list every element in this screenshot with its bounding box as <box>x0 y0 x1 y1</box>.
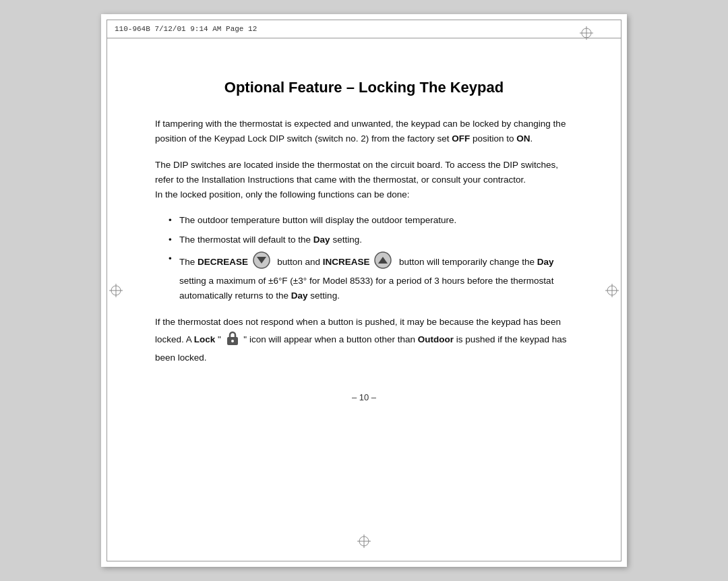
list-item: The thermostat will default to the Day s… <box>169 233 573 247</box>
crosshair-bottom-icon <box>357 534 371 548</box>
bullet-text-2: The thermostat will default to the Day s… <box>179 235 362 245</box>
decrease-button-icon <box>253 251 270 274</box>
lock-icon <box>225 330 240 350</box>
list-item: The DECREASE button and INCREASE <box>169 251 573 304</box>
svg-point-17 <box>231 340 234 342</box>
increase-button-icon <box>374 251 392 274</box>
paragraph-2: The DIP switches are located inside the … <box>155 158 573 203</box>
crosshair-right-icon <box>605 284 619 297</box>
page: 110-964B 7/12/01 9:14 AM Page 12 <box>101 14 627 567</box>
crosshair-left-icon <box>109 284 123 297</box>
crosshair-top-right-icon <box>580 26 593 40</box>
bullet-list: The outdoor temperature button will disp… <box>155 213 573 303</box>
header-bar: 110-964B 7/12/01 9:14 AM Page 12 <box>107 20 621 38</box>
page-title: Optional Feature – Locking The Keypad <box>155 79 573 96</box>
list-item: The outdoor temperature button will disp… <box>169 213 573 228</box>
paragraph-3: If the thermostat does not respond when … <box>155 315 573 366</box>
bullet-text-3: The DECREASE button and INCREASE <box>179 257 554 301</box>
content-area: Optional Feature – Locking The Keypad If… <box>101 38 627 443</box>
header-text: 110-964B 7/12/01 9:14 AM Page 12 <box>115 25 257 33</box>
bullet-text-1: The outdoor temperature button will disp… <box>179 215 456 225</box>
page-number: – 10 – <box>155 392 573 402</box>
paragraph-1: If tampering with the thermostat is expe… <box>155 117 573 147</box>
